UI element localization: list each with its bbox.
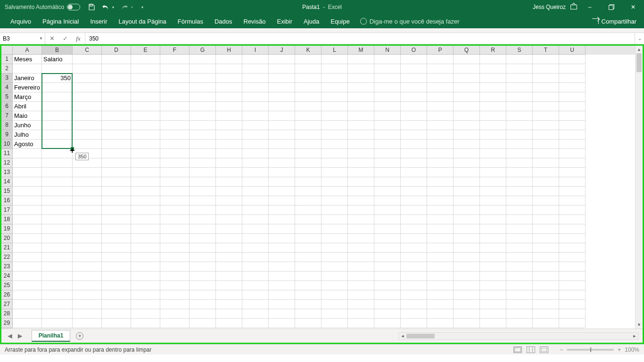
cell-A13[interactable] (13, 168, 42, 177)
cell-B5[interactable] (42, 92, 73, 102)
cell-B21[interactable] (42, 243, 73, 253)
cell-O24[interactable] (401, 272, 427, 281)
cell-P23[interactable] (427, 262, 454, 272)
cell-I10[interactable] (242, 140, 269, 149)
cell-M15[interactable] (348, 187, 374, 196)
cell-R13[interactable] (480, 168, 506, 177)
cell-D21[interactable] (102, 243, 131, 253)
row-header-25[interactable]: 25 (1, 281, 13, 290)
cell-U10[interactable] (559, 140, 586, 149)
cell-E25[interactable] (131, 281, 160, 290)
cell-G9[interactable] (190, 130, 216, 140)
cell-N16[interactable] (374, 196, 401, 206)
cell-P11[interactable] (427, 149, 454, 158)
cell-Q6[interactable] (454, 102, 480, 111)
horizontal-scrollbar[interactable]: ◄ ► (398, 332, 639, 340)
cell-Q14[interactable] (454, 177, 480, 187)
row-header-21[interactable]: 21 (1, 243, 13, 253)
cell-O26[interactable] (401, 290, 427, 300)
cell-M28[interactable] (348, 309, 374, 319)
cell-D14[interactable] (102, 177, 131, 187)
cell-H27[interactable] (216, 300, 242, 309)
cell-O27[interactable] (401, 300, 427, 309)
cell-U12[interactable] (559, 158, 586, 168)
tell-me-search[interactable]: Diga-me o que você deseja fazer (360, 18, 460, 25)
cell-L10[interactable] (322, 140, 348, 149)
scroll-up-icon[interactable]: ▲ (636, 46, 643, 53)
cell-C18[interactable] (73, 215, 102, 224)
cell-D9[interactable] (102, 130, 131, 140)
cell-S16[interactable] (506, 196, 533, 206)
sheet-nav-prev-icon[interactable]: ◄ (5, 332, 15, 340)
cell-J9[interactable] (269, 130, 295, 140)
cell-G28[interactable] (190, 309, 216, 319)
cell-S12[interactable] (506, 158, 533, 168)
cell-T17[interactable] (533, 206, 559, 215)
row-header-18[interactable]: 18 (1, 215, 13, 224)
cell-N9[interactable] (374, 130, 401, 140)
cell-O12[interactable] (401, 158, 427, 168)
cell-O3[interactable] (401, 74, 427, 83)
cell-T16[interactable] (533, 196, 559, 206)
vertical-scrollbar[interactable]: ▲ ▼ (635, 46, 643, 329)
cell-P9[interactable] (427, 130, 454, 140)
cell-E21[interactable] (131, 243, 160, 253)
cell-S24[interactable] (506, 272, 533, 281)
ribbon-tab-revis-o[interactable]: Revisão (238, 14, 272, 28)
cell-G25[interactable] (190, 281, 216, 290)
cell-D12[interactable] (102, 158, 131, 168)
cell-Q12[interactable] (454, 158, 480, 168)
cell-H5[interactable] (216, 92, 242, 102)
cell-E22[interactable] (131, 253, 160, 262)
cell-P18[interactable] (427, 215, 454, 224)
cell-R29[interactable] (480, 319, 506, 328)
cell-K28[interactable] (295, 309, 322, 319)
cell-F19[interactable] (160, 224, 190, 234)
cell-A22[interactable] (13, 253, 42, 262)
cell-N18[interactable] (374, 215, 401, 224)
cell-U20[interactable] (559, 234, 586, 243)
cell-L26[interactable] (322, 290, 348, 300)
cell-J12[interactable] (269, 158, 295, 168)
cell-H13[interactable] (216, 168, 242, 177)
autosave-toggle[interactable]: Salvamento Automático (0, 4, 80, 10)
cell-Q13[interactable] (454, 168, 480, 177)
cell-O18[interactable] (401, 215, 427, 224)
cell-G12[interactable] (190, 158, 216, 168)
cell-U28[interactable] (559, 309, 586, 319)
column-header-P[interactable]: P (427, 46, 454, 55)
ribbon-tab-exibir[interactable]: Exibir (271, 14, 298, 28)
cell-G6[interactable] (190, 102, 216, 111)
cell-F4[interactable] (160, 83, 190, 92)
cell-E2[interactable] (131, 64, 160, 74)
cell-B24[interactable] (42, 272, 73, 281)
cell-B23[interactable] (42, 262, 73, 272)
cell-Q4[interactable] (454, 83, 480, 92)
cell-C24[interactable] (73, 272, 102, 281)
cell-T18[interactable] (533, 215, 559, 224)
cell-E18[interactable] (131, 215, 160, 224)
cell-E15[interactable] (131, 187, 160, 196)
cell-E16[interactable] (131, 196, 160, 206)
cell-L24[interactable] (322, 272, 348, 281)
cell-O21[interactable] (401, 243, 427, 253)
cell-A17[interactable] (13, 206, 42, 215)
cell-E7[interactable] (131, 111, 160, 121)
cell-G26[interactable] (190, 290, 216, 300)
cell-K25[interactable] (295, 281, 322, 290)
cell-F26[interactable] (160, 290, 190, 300)
cell-M25[interactable] (348, 281, 374, 290)
cell-T15[interactable] (533, 187, 559, 196)
cell-I29[interactable] (242, 319, 269, 328)
cell-U27[interactable] (559, 300, 586, 309)
cell-F17[interactable] (160, 206, 190, 215)
cell-Q8[interactable] (454, 121, 480, 130)
cell-R20[interactable] (480, 234, 506, 243)
cell-Q15[interactable] (454, 187, 480, 196)
row-header-22[interactable]: 22 (1, 253, 13, 262)
cell-N3[interactable] (374, 74, 401, 83)
cell-K9[interactable] (295, 130, 322, 140)
cell-C12[interactable] (73, 158, 102, 168)
cell-J14[interactable] (269, 177, 295, 187)
cell-L27[interactable] (322, 300, 348, 309)
